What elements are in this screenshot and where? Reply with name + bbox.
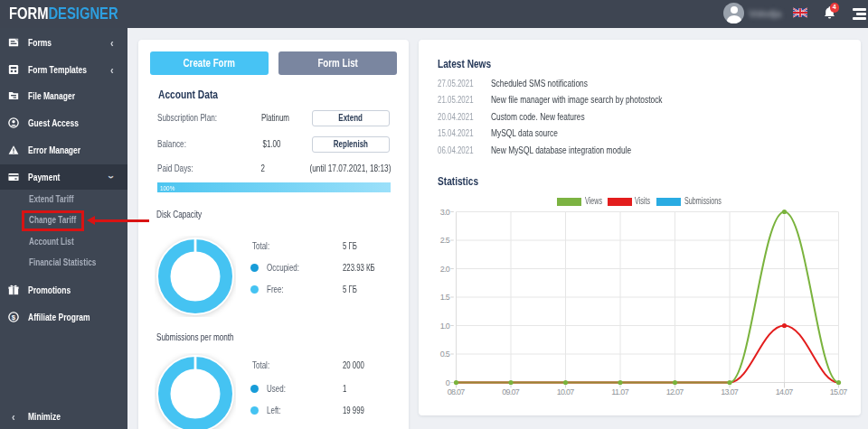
svg-text:13.07: 13.07 bbox=[721, 387, 739, 396]
svg-text:12.07: 12.07 bbox=[666, 387, 684, 396]
svg-text:14.07: 14.07 bbox=[776, 387, 794, 396]
svg-text:3.0: 3.0 bbox=[440, 208, 450, 217]
svg-text:0.5: 0.5 bbox=[440, 350, 450, 359]
svg-text:11.07: 11.07 bbox=[611, 387, 629, 396]
svg-text:0: 0 bbox=[446, 378, 450, 387]
svg-text:1.5: 1.5 bbox=[440, 293, 450, 302]
svg-text:10.07: 10.07 bbox=[557, 387, 575, 396]
svg-text:2.5: 2.5 bbox=[440, 236, 450, 245]
svg-text:15.07: 15.07 bbox=[830, 387, 848, 396]
svg-text:1.0: 1.0 bbox=[440, 322, 450, 331]
svg-text:2.0: 2.0 bbox=[440, 265, 450, 274]
svg-text:$: $ bbox=[12, 313, 16, 322]
svg-text:09.07: 09.07 bbox=[502, 387, 520, 396]
svg-text:08.07: 08.07 bbox=[448, 387, 466, 396]
